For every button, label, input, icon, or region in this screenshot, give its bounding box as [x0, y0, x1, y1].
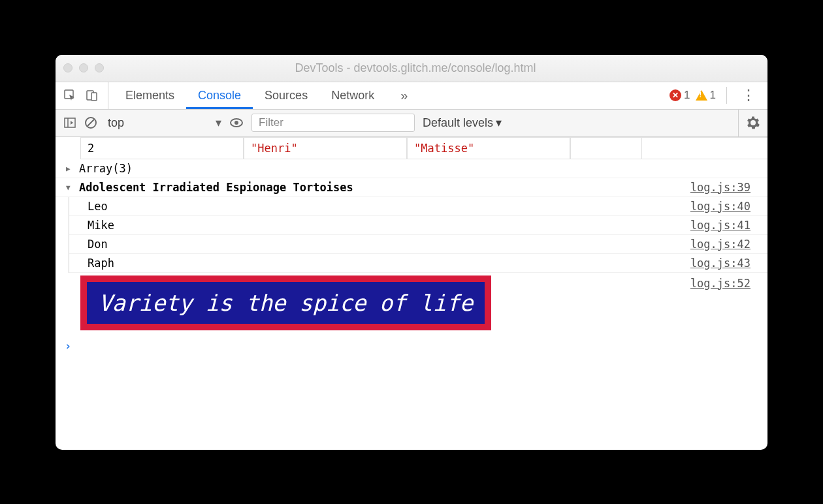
titlebar: DevTools - devtools.glitch.me/console/lo…	[56, 55, 767, 82]
chevron-down-icon: ▾	[496, 116, 502, 130]
device-toggle-icon[interactable]	[86, 89, 99, 102]
log-row[interactable]: Raph log.js:43	[69, 254, 767, 273]
console-toolbar: top ▾ Default levels ▾	[56, 110, 767, 137]
svg-rect-3	[65, 118, 75, 127]
source-link[interactable]: log.js:40	[690, 200, 767, 213]
log-row[interactable]: Leo log.js:40	[69, 197, 767, 216]
error-icon: ✕	[670, 89, 681, 101]
source-link[interactable]: log.js:42	[690, 238, 767, 251]
warning-count: 1	[710, 89, 716, 102]
group-header-row[interactable]: Adolescent Irradiated Espionage Tortoise…	[56, 178, 767, 197]
table-cell-last[interactable]: "Matisse"	[407, 138, 570, 159]
styled-message: Variety is the spice of life	[80, 276, 491, 330]
table-cell-first[interactable]: "Henri"	[244, 138, 407, 159]
log-text: Leo	[88, 200, 690, 213]
svg-point-8	[234, 121, 238, 125]
log-text: Mike	[88, 219, 690, 232]
minimize-icon[interactable]	[79, 63, 88, 72]
context-value: top	[108, 116, 124, 130]
group-children: Leo log.js:40 Mike log.js:41 Don log.js:…	[69, 197, 767, 273]
console-body: 2 "Henri" "Matisse" Array(3) Adolescent …	[56, 137, 767, 450]
sidebar-toggle-icon[interactable]	[63, 116, 76, 129]
window-controls	[63, 63, 104, 72]
devtools-tabbar: Elements Console Sources Network » ✕ 1 1…	[56, 82, 767, 110]
settings-icon[interactable]	[738, 110, 760, 136]
source-link[interactable]: log.js:41	[690, 219, 767, 232]
prompt-icon: ›	[65, 339, 71, 353]
clear-console-icon[interactable]	[84, 116, 97, 129]
tab-sources[interactable]: Sources	[253, 82, 319, 109]
console-prompt[interactable]: ›	[56, 333, 767, 359]
log-row[interactable]: Don log.js:42	[69, 235, 767, 254]
context-selector[interactable]: top ▾	[105, 116, 221, 130]
disclosure-triangle-icon[interactable]	[66, 182, 75, 192]
error-badge[interactable]: ✕ 1	[670, 89, 690, 102]
array-log-row[interactable]: Array(3)	[56, 159, 767, 178]
svg-line-6	[88, 119, 94, 126]
log-levels-selector[interactable]: Default levels ▾	[423, 116, 502, 130]
levels-label: Default levels	[423, 116, 493, 130]
more-tabs-icon[interactable]: »	[391, 88, 408, 103]
svg-rect-2	[91, 93, 97, 101]
log-row[interactable]: Mike log.js:41	[69, 216, 767, 235]
table-cell-index[interactable]: 2	[80, 138, 244, 159]
tabbar-left-icons	[63, 82, 108, 109]
warning-badge[interactable]: 1	[696, 89, 716, 102]
panel-tabs: Elements Console Sources Network	[114, 82, 386, 109]
tab-console[interactable]: Console	[186, 82, 253, 109]
close-icon[interactable]	[63, 63, 73, 72]
devtools-window: DevTools - devtools.glitch.me/console/lo…	[56, 55, 767, 450]
tab-elements[interactable]: Elements	[114, 82, 186, 109]
source-link[interactable]: log.js:52	[690, 276, 767, 290]
disclosure-triangle-icon[interactable]	[66, 163, 75, 173]
styled-log-row[interactable]: Variety is the spice of life log.js:52	[56, 273, 767, 333]
live-expression-icon[interactable]	[229, 116, 244, 130]
divider	[726, 87, 727, 104]
inspect-icon[interactable]	[63, 89, 76, 102]
tab-network[interactable]: Network	[319, 82, 386, 109]
filter-input[interactable]	[251, 114, 415, 132]
group-title: Adolescent Irradiated Espionage Tortoise…	[75, 181, 690, 194]
source-link[interactable]: log.js:43	[690, 257, 767, 270]
log-text: Don	[88, 238, 690, 251]
error-count: 1	[684, 89, 690, 102]
table-cell-empty[interactable]	[570, 138, 642, 159]
more-options-icon[interactable]: ⋮	[737, 87, 760, 104]
window-title: DevTools - devtools.glitch.me/console/lo…	[104, 61, 760, 75]
log-text: Raph	[88, 257, 690, 270]
tabbar-right: ✕ 1 1 ⋮	[670, 82, 760, 109]
chevron-down-icon: ▾	[216, 116, 221, 130]
source-link[interactable]: log.js:39	[690, 181, 767, 194]
array-label: Array(3)	[75, 162, 767, 175]
warning-icon	[696, 90, 707, 101]
zoom-icon[interactable]	[95, 63, 104, 72]
table-row: 2 "Henri" "Matisse"	[80, 137, 767, 159]
